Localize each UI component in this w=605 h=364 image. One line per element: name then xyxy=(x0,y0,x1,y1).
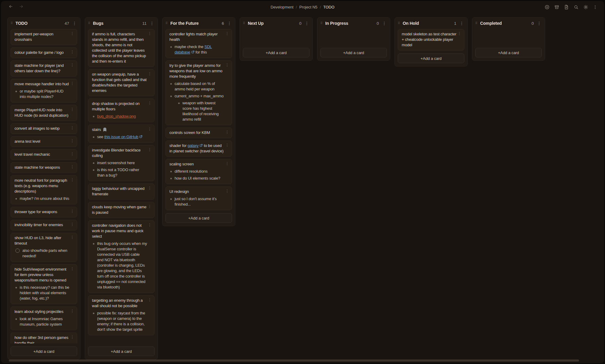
card-menu-icon[interactable]: ⋮ xyxy=(70,236,74,239)
card[interactable]: model skeleton as test character + cheat… xyxy=(398,29,464,50)
breadcrumb-item[interactable]: Project N5 xyxy=(299,5,317,9)
card[interactable]: if ammo is full, characters stands in am… xyxy=(88,29,155,67)
card[interactable]: show HUD on L3, hide after timeout⋮also … xyxy=(11,233,77,262)
card[interactable]: UI redesign⋮just so I don't assume it's … xyxy=(165,187,232,210)
column-menu-icon[interactable]: ⋮ xyxy=(382,21,387,26)
card-menu-icon[interactable]: ⋮ xyxy=(148,148,152,151)
card-link[interactable]: this issue on GitHub xyxy=(104,135,142,139)
card-menu-icon[interactable]: ⋮ xyxy=(148,127,152,131)
card[interactable]: invincibility timer for enemies⋮ xyxy=(11,220,77,230)
card[interactable]: targetting an enemy through a wall shoul… xyxy=(88,295,155,335)
card-menu-icon[interactable]: ⋮ xyxy=(225,63,229,67)
column-drag-handle-icon[interactable]: ⠿ xyxy=(88,22,90,25)
card-menu-icon[interactable]: ⋮ xyxy=(225,189,229,193)
card-menu-icon[interactable]: ⋮ xyxy=(70,223,74,226)
plus-circle-icon[interactable] xyxy=(544,5,550,10)
card-menu-icon[interactable]: ⋮ xyxy=(148,72,152,76)
card-menu-icon[interactable]: ⋮ xyxy=(70,152,74,156)
card-menu-icon[interactable]: ⋮ xyxy=(70,309,74,313)
card[interactable]: laggy behaviour with uncapped framerate⋮ xyxy=(88,184,155,200)
card[interactable]: colour palette for game / logo⋮ xyxy=(11,47,77,58)
card-menu-icon[interactable]: ⋮ xyxy=(70,108,74,111)
card-menu-icon[interactable]: ⋮ xyxy=(225,32,229,35)
card-menu-icon[interactable]: ⋮ xyxy=(70,335,74,339)
page-icon[interactable] xyxy=(564,5,569,10)
card-menu-icon[interactable]: ⋮ xyxy=(148,186,152,190)
card[interactable]: state machine for weapons⋮ xyxy=(11,162,77,173)
card-menu-icon[interactable]: ⋮ xyxy=(70,210,74,213)
column-drag-handle-icon[interactable]: ⠿ xyxy=(320,22,322,25)
kebab-icon[interactable] xyxy=(593,5,597,9)
gear-icon[interactable] xyxy=(583,5,588,10)
card-menu-icon[interactable]: ⋮ xyxy=(70,139,74,143)
card[interactable]: thrower type for weapons⋮ xyxy=(11,207,77,217)
card[interactable]: how do other 3rd person games handle the… xyxy=(11,333,77,343)
card[interactable]: try to give the player ammo for weapons … xyxy=(165,60,232,125)
card[interactable]: drop shadow is projected on multiple flo… xyxy=(88,99,155,122)
card[interactable]: controller navigation does not work in p… xyxy=(88,220,155,293)
card[interactable]: implement per-weapon crosshairs⋮ xyxy=(11,29,77,45)
card-link[interactable]: galaxy xyxy=(188,143,203,148)
card-menu-icon[interactable]: ⋮ xyxy=(225,143,229,147)
horizontal-scrollbar[interactable] xyxy=(9,359,579,362)
card[interactable]: level travel mechanic⋮ xyxy=(11,149,77,160)
card-menu-icon[interactable]: ⋮ xyxy=(70,267,74,271)
card-menu-icon[interactable]: ⋮ xyxy=(70,82,74,85)
add-card-button[interactable]: +Add a card xyxy=(11,346,77,356)
add-card-button[interactable]: +Add a card xyxy=(475,48,542,57)
card[interactable]: hide SubViewport environment for item pr… xyxy=(11,264,77,304)
column-menu-icon[interactable]: ⋮ xyxy=(537,21,541,26)
column-drag-handle-icon[interactable]: ⠿ xyxy=(11,22,13,25)
card-menu-icon[interactable]: ⋮ xyxy=(148,223,152,227)
card-menu-icon[interactable]: ⋮ xyxy=(70,63,74,67)
card[interactable]: merge PlayerHUD node into HUD node (to a… xyxy=(11,105,77,121)
card-menu-icon[interactable]: ⋮ xyxy=(225,162,229,165)
search-icon[interactable] xyxy=(574,5,579,10)
card-menu-icon[interactable]: ⋮ xyxy=(458,32,462,35)
column-menu-icon[interactable]: ⋮ xyxy=(459,21,464,26)
column-drag-handle-icon[interactable]: ⠿ xyxy=(475,22,477,25)
card-menu-icon[interactable]: ⋮ xyxy=(70,126,74,130)
card-menu-icon[interactable]: ⋮ xyxy=(70,165,74,169)
card[interactable]: arena test level⋮ xyxy=(11,136,77,147)
forward-icon[interactable] xyxy=(19,4,24,10)
card[interactable]: controller lights match player health⋮ma… xyxy=(165,29,232,58)
add-card-button[interactable]: +Add a card xyxy=(88,346,155,356)
card[interactable]: stairs⋮see this issue on GitHub xyxy=(88,125,155,143)
card-menu-icon[interactable]: ⋮ xyxy=(70,50,74,54)
card[interactable]: controls screen for KBM⋮ xyxy=(165,128,232,138)
card[interactable]: scaling screen⋮different resolutionshow … xyxy=(165,159,232,184)
card-link[interactable]: bug_drop_shadow.png xyxy=(97,114,136,119)
breadcrumb-item[interactable]: Development xyxy=(270,5,293,9)
add-card-button[interactable]: +Add a card xyxy=(398,54,464,63)
card[interactable]: shader for galaxy to be used in planet s… xyxy=(165,141,232,157)
column-drag-handle-icon[interactable]: ⠿ xyxy=(398,22,400,25)
card[interactable]: convert all images to webp⋮ xyxy=(11,123,77,134)
card-menu-icon[interactable]: ⋮ xyxy=(148,32,152,35)
card-menu-icon[interactable]: ⋮ xyxy=(70,32,74,35)
card[interactable]: more neutral font for paragraph texts (e… xyxy=(11,175,77,204)
column-menu-icon[interactable]: ⋮ xyxy=(149,21,154,26)
card-menu-icon[interactable]: ⋮ xyxy=(225,130,229,134)
back-icon[interactable] xyxy=(8,4,13,10)
add-card-button[interactable]: +Add a card xyxy=(320,48,387,57)
card[interactable]: state machine for player (and others lat… xyxy=(11,60,77,76)
column-menu-icon[interactable]: ⋮ xyxy=(304,21,309,26)
card[interactable]: investigate Blender backface culling⋮ins… xyxy=(88,145,155,181)
card-menu-icon[interactable]: ⋮ xyxy=(148,101,152,105)
card[interactable]: on weapon unequip, have a function that … xyxy=(88,69,155,96)
card[interactable]: learn about styling projectiles⋮look at … xyxy=(11,307,77,330)
card-menu-icon[interactable]: ⋮ xyxy=(148,205,152,208)
column-menu-icon[interactable]: ⋮ xyxy=(227,21,232,26)
card[interactable]: clouds keep moving when game is paused⋮ xyxy=(88,202,155,218)
add-card-button[interactable]: +Add a card xyxy=(243,48,309,57)
card-menu-icon[interactable]: ⋮ xyxy=(70,178,74,182)
column-drag-handle-icon[interactable]: ⠿ xyxy=(243,22,245,25)
card[interactable]: move message handler into hud⋮or maybe s… xyxy=(11,79,77,102)
column-menu-icon[interactable]: ⋮ xyxy=(72,21,77,26)
column-drag-handle-icon[interactable]: ⠿ xyxy=(165,22,168,25)
checkbox-circle[interactable] xyxy=(15,249,20,253)
archive-icon[interactable] xyxy=(554,5,559,10)
add-card-button[interactable]: +Add a card xyxy=(165,213,232,223)
card-menu-icon[interactable]: ⋮ xyxy=(148,298,152,302)
